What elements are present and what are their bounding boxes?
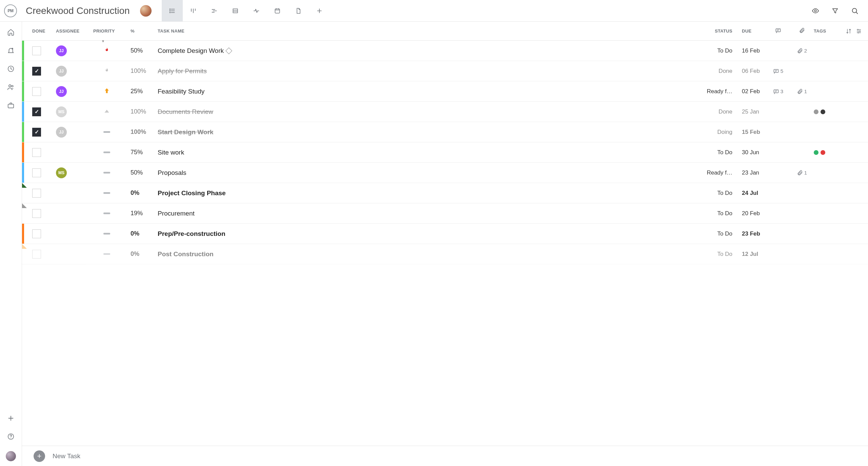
task-row[interactable]: 0%Prep/Pre-constructionTo Do23 Feb [22, 224, 868, 244]
col-header-status[interactable]: STATUS [698, 28, 732, 34]
task-status[interactable]: To Do [698, 210, 732, 217]
done-checkbox[interactable] [32, 128, 41, 137]
task-name[interactable]: Complete Design Work [158, 47, 224, 55]
col-header-comments[interactable] [766, 27, 790, 35]
settings-icon[interactable] [856, 28, 862, 34]
view-tab-gantt[interactable] [204, 0, 225, 21]
task-status[interactable]: Ready f… [698, 88, 732, 95]
assignee-avatar[interactable]: MS [56, 106, 67, 117]
task-row[interactable]: MS100%Documents ReviewDone25 Jan [22, 102, 868, 122]
task-status[interactable]: Doing [698, 129, 732, 136]
assignee-avatar[interactable]: MS [56, 167, 67, 178]
task-row[interactable]: 0%Project Closing PhaseTo Do24 Jul [22, 183, 868, 203]
col-header-attachments[interactable] [790, 27, 814, 35]
task-row[interactable]: 19%ProcurementTo Do20 Feb [22, 203, 868, 224]
col-header-due[interactable]: DUE [732, 28, 766, 34]
task-name[interactable]: Feasibility Study [158, 88, 204, 95]
task-row[interactable]: JJ100%Start Design WorkDoing15 Feb [22, 122, 868, 142]
view-tab-list[interactable] [162, 0, 183, 21]
view-tab-table[interactable] [225, 0, 246, 21]
assignee-avatar[interactable]: JJ [56, 86, 67, 97]
assignee-avatar[interactable]: JJ [56, 45, 67, 56]
task-status[interactable]: Ready f… [698, 169, 732, 176]
assignee-avatar[interactable]: JJ [56, 66, 67, 77]
task-due[interactable]: 15 Feb [732, 129, 766, 136]
col-header-priority[interactable]: PRIORITY ▼ [93, 28, 131, 34]
task-status[interactable]: To Do [698, 251, 732, 258]
col-header-percent[interactable]: % [131, 28, 154, 34]
attachments-cell[interactable]: 1 [790, 170, 814, 176]
task-status[interactable]: To Do [698, 149, 732, 156]
view-tab-add[interactable] [309, 0, 330, 21]
col-header-assignee[interactable]: ASSIGNEE [56, 28, 93, 34]
comments-cell[interactable]: 3 [766, 88, 790, 95]
col-header-done[interactable]: DONE [32, 28, 56, 34]
col-header-tags[interactable]: TAGS [814, 28, 841, 34]
task-status[interactable]: To Do [698, 47, 732, 54]
view-tab-files[interactable] [288, 0, 309, 21]
done-checkbox[interactable] [32, 46, 41, 55]
task-due[interactable]: 02 Feb [732, 88, 766, 95]
view-tab-board[interactable] [183, 0, 204, 21]
task-name[interactable]: Project Closing Phase [158, 189, 226, 197]
notifications-icon[interactable] [7, 47, 15, 54]
view-tab-calendar[interactable] [267, 0, 288, 21]
help-icon[interactable] [7, 433, 15, 440]
briefcase-icon[interactable] [7, 102, 15, 109]
task-status[interactable]: To Do [698, 230, 732, 237]
task-name[interactable]: Documents Review [158, 108, 213, 116]
done-checkbox[interactable] [32, 189, 41, 198]
task-due[interactable]: 23 Feb [732, 230, 766, 237]
home-icon[interactable] [7, 28, 15, 36]
comments-cell[interactable]: 5 [766, 68, 790, 74]
attachments-cell[interactable]: 2 [790, 48, 814, 54]
task-name[interactable]: Procurement [158, 210, 195, 217]
done-checkbox[interactable] [32, 67, 41, 76]
project-title[interactable]: Creekwood Construction [26, 5, 130, 16]
task-due[interactable]: 16 Feb [732, 47, 766, 54]
add-icon[interactable] [7, 414, 15, 422]
tags-cell[interactable] [814, 150, 841, 155]
done-checkbox[interactable] [32, 107, 41, 116]
project-owner-avatar[interactable] [140, 5, 152, 17]
task-name[interactable]: Start Design Work [158, 128, 213, 136]
task-due[interactable]: 24 Jul [732, 190, 766, 197]
recent-icon[interactable] [7, 65, 15, 73]
task-row[interactable]: JJ100%Apply for PermitsDone06 Feb5 [22, 61, 868, 81]
task-due[interactable]: 12 Jul [732, 251, 766, 258]
task-row[interactable]: JJ25%Feasibility StudyReady f…02 Feb31 [22, 81, 868, 102]
sort-icon[interactable] [846, 28, 852, 34]
done-checkbox[interactable] [32, 209, 41, 218]
eye-icon[interactable] [812, 7, 819, 15]
assignee-avatar[interactable]: JJ [56, 127, 67, 138]
task-status[interactable]: Done [698, 108, 732, 115]
task-due[interactable]: 25 Jan [732, 108, 766, 115]
task-row[interactable]: MS50%ProposalsReady f…23 Jan1 [22, 163, 868, 183]
user-avatar[interactable] [6, 451, 16, 461]
done-checkbox[interactable] [32, 148, 41, 157]
view-tab-activity[interactable] [246, 0, 267, 21]
done-checkbox[interactable] [32, 87, 41, 96]
task-status[interactable]: To Do [698, 190, 732, 197]
task-row[interactable]: 75%Site workTo Do30 Jun [22, 142, 868, 163]
task-due[interactable]: 06 Feb [732, 68, 766, 75]
task-due[interactable]: 20 Feb [732, 210, 766, 217]
new-task-row[interactable]: + New Task [22, 446, 868, 466]
col-header-name[interactable]: TASK NAME [154, 28, 698, 34]
filter-icon[interactable] [831, 7, 839, 15]
task-name[interactable]: Proposals [158, 169, 186, 177]
done-checkbox[interactable] [32, 250, 41, 259]
attachments-cell[interactable]: 1 [790, 88, 814, 95]
search-icon[interactable] [851, 7, 859, 15]
task-name[interactable]: Prep/Pre-construction [158, 230, 225, 238]
add-task-button[interactable]: + [34, 450, 45, 462]
app-logo[interactable]: PM [4, 4, 17, 17]
task-due[interactable]: 30 Jun [732, 149, 766, 156]
task-row[interactable]: JJ50%Complete Design WorkTo Do16 Feb2 [22, 41, 868, 61]
task-status[interactable]: Done [698, 68, 732, 75]
task-due[interactable]: 23 Jan [732, 169, 766, 176]
task-name[interactable]: Apply for Permits [158, 67, 207, 75]
tags-cell[interactable] [814, 109, 841, 114]
done-checkbox[interactable] [32, 168, 41, 177]
task-name[interactable]: Site work [158, 149, 184, 156]
